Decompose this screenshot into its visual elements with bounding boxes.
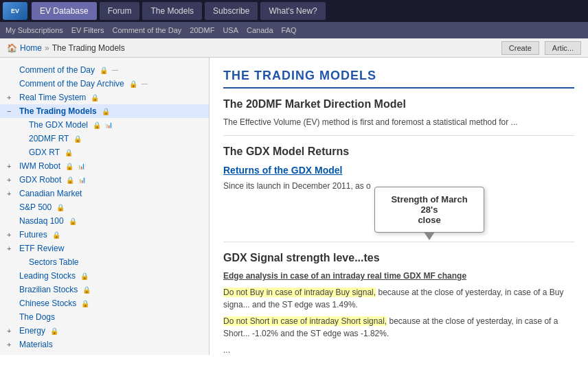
sidebar-item-comment-archive[interactable]: Comment of the Day Archive 🔒 — bbox=[0, 77, 209, 91]
sec-nav-20dmf[interactable]: 20DMF bbox=[190, 26, 214, 34]
nav-tab-ev-database[interactable]: EV Database bbox=[32, 2, 97, 20]
lock-icon: 🔒 bbox=[100, 67, 108, 74]
sidebar-link-sectors-table[interactable]: Sectors Table bbox=[29, 257, 79, 267]
sidebar-item-gdx-rt[interactable]: GDX RT 🔒 bbox=[0, 145, 209, 159]
lock-icon-nasdaq: 🔒 bbox=[69, 218, 77, 225]
sidebar-link-futures[interactable]: Futures bbox=[19, 230, 47, 239]
sidebar-item-canadian-market[interactable]: + Canadian Market bbox=[0, 187, 209, 200]
sidebar-link-gdx-model[interactable]: The GDX Model bbox=[29, 120, 88, 130]
sidebar-link-energy[interactable]: Energy bbox=[19, 326, 45, 336]
sidebar-item-trading-models[interactable]: − The Trading Models 🔒 bbox=[0, 104, 209, 118]
sidebar-link-comment-of-day[interactable]: Comment of the Day bbox=[19, 65, 95, 75]
nav-tab-models[interactable]: The Models bbox=[142, 2, 202, 20]
top-nav-bar: EV EV Database Forum The Models Subscrib… bbox=[0, 0, 588, 22]
sidebar-item-20dmf-rt[interactable]: 20DMF RT 🔒 bbox=[0, 132, 209, 145]
expand-icon-materials: + bbox=[7, 340, 16, 349]
tooltip-box: Strength of March 28's close bbox=[374, 187, 484, 233]
lock-icon-brazil: 🔒 bbox=[82, 286, 91, 294]
sidebar-link-iwm-robot[interactable]: IWM Robot bbox=[19, 161, 60, 171]
secondary-nav: My Subscriptions EV Filters Comment of t… bbox=[0, 22, 588, 38]
sidebar-link-brazilian-stocks[interactable]: Brazilian Stocks bbox=[19, 285, 78, 294]
lock-icon-chinese: 🔒 bbox=[81, 300, 89, 307]
lock-icon-gdx: 🔒 bbox=[93, 121, 101, 129]
create-button[interactable]: Create bbox=[501, 41, 539, 55]
lock-icon-rts: 🔒 bbox=[91, 94, 99, 102]
nav-tab-forum[interactable]: Forum bbox=[100, 2, 140, 20]
sidebar-item-futures[interactable]: + Futures 🔒 bbox=[0, 228, 209, 242]
sidebar-item-brazilian-stocks[interactable]: Brazilian Stocks 🔒 bbox=[0, 283, 209, 296]
tooltip-text: Strength of March 28's close bbox=[391, 194, 467, 225]
sidebar-item-sp500[interactable]: S&P 500 🔒 bbox=[0, 200, 209, 214]
breadcrumb-sep: » bbox=[45, 43, 49, 53]
lock-icon-sp500: 🔒 bbox=[56, 204, 65, 211]
sidebar-item-nasdaq100[interactable]: Nasdaq 100 🔒 bbox=[0, 214, 209, 228]
home-icon: 🏠 bbox=[7, 43, 17, 53]
lock-icon-archive: 🔒 bbox=[129, 80, 137, 88]
lock-icon-gdxrt: 🔒 bbox=[65, 149, 73, 156]
sidebar-item-gdx-model[interactable]: The GDX Model 🔒 📊 bbox=[0, 118, 209, 132]
sidebar-link-leading-stocks[interactable]: Leading Stocks bbox=[19, 271, 76, 281]
sidebar-link-nasdaq100[interactable]: Nasdaq 100 bbox=[19, 216, 64, 226]
expand-icon-canada: + bbox=[7, 189, 16, 198]
line2: Do not Short in case of intraday Short s… bbox=[223, 315, 574, 340]
breadcrumb-current: The Trading Models bbox=[52, 43, 125, 53]
lock-icon-leading: 🔒 bbox=[80, 272, 89, 280]
sidebar-item-leading-stocks[interactable]: Leading Stocks 🔒 bbox=[0, 269, 209, 283]
sidebar-item-the-dogs[interactable]: The Dogs bbox=[0, 310, 209, 324]
sec-nav-usa[interactable]: USA bbox=[223, 26, 238, 34]
sidebar-link-real-time-system[interactable]: Real Time System bbox=[19, 93, 86, 102]
sidebar-link-etf-review[interactable]: ETF Review bbox=[19, 244, 64, 253]
sidebar-link-sp500[interactable]: S&P 500 bbox=[19, 202, 52, 212]
expand-icon-gdxrt bbox=[16, 148, 26, 156]
expand-icon-nasdaq bbox=[7, 217, 16, 225]
sidebar-item-materials[interactable]: + Materials bbox=[0, 338, 209, 351]
tooltip-arrow bbox=[424, 232, 435, 240]
sec-nav-my-subscriptions[interactable]: My Subscriptions bbox=[5, 26, 63, 34]
sec-nav-ev-filters[interactable]: EV Filters bbox=[71, 26, 104, 34]
ellipsis: ... bbox=[223, 344, 574, 355]
line2-highlight: Do not Short in case of intraday Short s… bbox=[223, 316, 387, 326]
sidebar-link-canadian-market[interactable]: Canadian Market bbox=[19, 189, 82, 198]
expand-icon bbox=[7, 80, 16, 88]
section3-heading: GDX Signal strength leve...tes bbox=[223, 252, 574, 264]
sidebar-item-gdx-robot[interactable]: + GDX Robot 🔒 📊 bbox=[0, 173, 209, 187]
expand-icon-energy: + bbox=[7, 327, 16, 335]
breadcrumb-home[interactable]: Home bbox=[20, 43, 42, 53]
sidebar-item-real-time-system[interactable]: + Real Time System 🔒 bbox=[0, 91, 209, 104]
sidebar-item-energy[interactable]: + Energy 🔒 bbox=[0, 324, 209, 338]
sidebar-item-comment-of-day[interactable]: Comment of the Day 🔒 — bbox=[0, 63, 209, 77]
sidebar-item-iwm-robot[interactable]: + IWM Robot 🔒 📊 bbox=[0, 159, 209, 173]
sidebar-link-comment-archive[interactable]: Comment of the Day Archive bbox=[19, 79, 124, 89]
sidebar-item-sectors-table[interactable]: Sectors Table bbox=[0, 255, 209, 269]
expand-icon-leading bbox=[7, 272, 16, 280]
sidebar-item-chinese-stocks[interactable]: Chinese Stocks 🔒 bbox=[0, 296, 209, 310]
page-title: THE TRADING MODELS bbox=[223, 69, 574, 89]
sidebar-link-the-dogs[interactable]: The Dogs bbox=[19, 312, 55, 322]
nav-tab-subscribe[interactable]: Subscribe bbox=[205, 2, 258, 20]
line1: Do not Buy in case of intraday Buy signa… bbox=[223, 286, 574, 311]
sidebar-link-chinese-stocks[interactable]: Chinese Stocks bbox=[19, 299, 76, 308]
expand-icon-rts: + bbox=[7, 93, 16, 102]
sec-nav-comment-of-day[interactable]: Comment of the Day bbox=[112, 26, 181, 34]
divider-2 bbox=[223, 242, 574, 242]
sidebar-link-materials[interactable]: Materials bbox=[19, 340, 53, 349]
expand-icon-iwm: + bbox=[7, 162, 16, 170]
lock-icon-gdxrobot: 🔒 bbox=[66, 176, 74, 184]
sec-nav-faq[interactable]: FAQ bbox=[282, 26, 297, 34]
sidebar-link-gdx-robot[interactable]: GDX Robot bbox=[19, 175, 61, 185]
section2-heading: The GDX Model Returns bbox=[223, 145, 574, 158]
breadcrumb: 🏠 Home » The Trading Models bbox=[7, 43, 125, 53]
sidebar-link-20dmf-rt[interactable]: 20DMF RT bbox=[29, 134, 69, 143]
sidebar-link-trading-models[interactable]: The Trading Models bbox=[19, 106, 97, 116]
logo-area: EV bbox=[3, 2, 27, 20]
article-button[interactable]: Artic... bbox=[545, 41, 581, 55]
section1-text: The Effective Volume (EV) method is firs… bbox=[223, 116, 574, 128]
sidebar-link-gdx-rt[interactable]: GDX RT bbox=[29, 148, 60, 157]
sidebar-item-etf-review[interactable]: + ETF Review bbox=[0, 242, 209, 255]
lock-icon-futures: 🔒 bbox=[52, 231, 60, 239]
sec-nav-canada[interactable]: Canada bbox=[247, 26, 273, 34]
expand-icon bbox=[7, 66, 16, 74]
edge-label: Edge analysis in case of an intraday rea… bbox=[223, 270, 574, 282]
expand-icon-20dmf bbox=[16, 135, 26, 143]
nav-tab-whats-new[interactable]: What's New? bbox=[260, 2, 325, 20]
